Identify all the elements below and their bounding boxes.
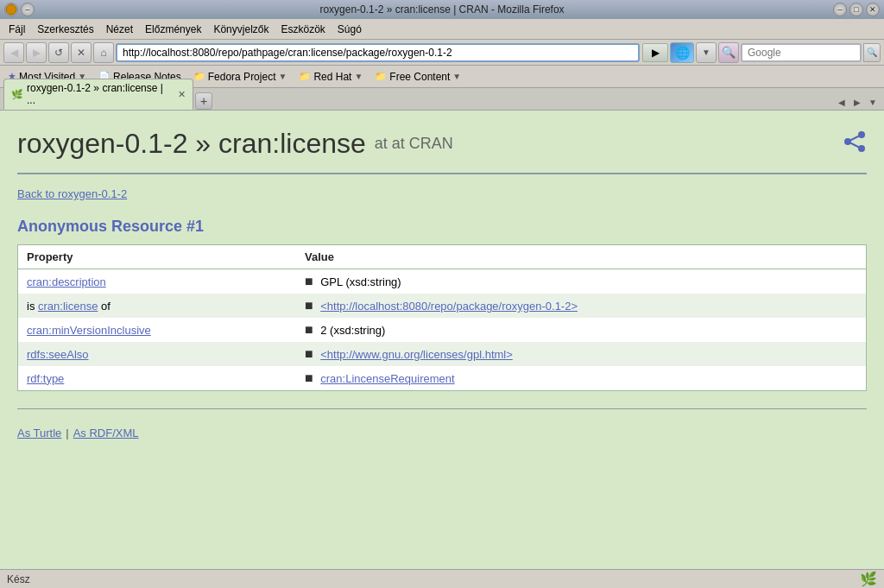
bullet-icon: ■ <box>305 370 313 385</box>
back-link[interactable]: Back to roxygen-0.1-2 <box>17 187 867 200</box>
value-cell: ■ <http://localhost:8080/repo/package/ro… <box>296 294 867 318</box>
property-link-description[interactable]: cran:description <box>27 275 106 288</box>
value-link-gpl[interactable]: <http://www.gnu.org/licenses/gpl.html> <box>320 348 513 361</box>
bookmark-fedora-dropdown[interactable]: ▼ <box>278 72 287 81</box>
page-header: roxygen-0.1-2 » cran:license at at CRAN <box>17 128 867 160</box>
properties-table: Property Value cran:description ■ GPL (x… <box>17 244 867 391</box>
title-divider <box>17 173 867 174</box>
value-cell: ■ <http://www.gnu.org/licenses/gpl.html> <box>296 342 867 366</box>
menu-file[interactable]: Fájl <box>3 22 30 37</box>
new-tab-button[interactable]: + <box>195 92 212 110</box>
bookmark-redhat-icon: 📁 <box>299 71 311 82</box>
tab-scroll-right[interactable]: ▶ <box>849 94 865 110</box>
section-title: Anonymous Resource #1 <box>17 218 867 236</box>
value-link-licencereq[interactable]: cran:LincenseRequirement <box>320 372 454 385</box>
page-content: roxygen-0.1-2 » cran:license at at CRAN … <box>0 111 884 560</box>
menu-help[interactable]: Súgó <box>332 22 367 37</box>
value-cell: ■ 2 (xsd:string) <box>296 318 867 342</box>
bullet-icon: ■ <box>305 274 313 288</box>
address-input[interactable] <box>116 43 640 62</box>
svg-line-5 <box>848 142 862 149</box>
menu-history[interactable]: Előzmények <box>140 22 206 37</box>
menu-bar: Fájl Szerkesztés Nézet Előzmények Könyvj… <box>0 19 884 40</box>
tab-favicon: 🌿 <box>11 89 23 100</box>
property-cell: is cran:license of <box>18 294 296 318</box>
close-window-btn[interactable]: ✕ <box>866 3 880 16</box>
property-link-minversion[interactable]: cran:minVersionInclusive <box>27 324 151 337</box>
window-btn-icon[interactable] <box>4 3 18 16</box>
back-button[interactable]: ◀ <box>3 42 24 63</box>
bookmark-redhat-label: Red Hat <box>313 71 351 83</box>
3d-icon: 🌐 <box>670 42 694 63</box>
dropdown-btn[interactable]: ▼ <box>696 42 717 63</box>
value-text: 2 (xsd:string) <box>320 324 385 337</box>
table-row: rdf:type ■ cran:LincenseRequirement <box>18 366 867 391</box>
bookmark-fedora-label: Fedora Project <box>208 71 276 83</box>
col-value: Value <box>296 245 867 269</box>
window-title: roxygen-0.1-2 » cran:license | CRAN - Mo… <box>319 3 564 16</box>
property-suffix: of <box>98 300 110 313</box>
forward-button[interactable]: ▶ <box>26 42 47 63</box>
table-row: cran:description ■ GPL (xsd:string) <box>18 269 867 294</box>
share-icon[interactable] <box>843 130 867 159</box>
go-button[interactable]: ▶ <box>642 43 668 62</box>
bookmark-free-content-dropdown[interactable]: ▼ <box>452 72 461 81</box>
property-prefix: is <box>27 300 38 313</box>
table-row: rdfs:seeAlso ■ <http://www.gnu.org/licen… <box>18 342 867 366</box>
tab-list-btn[interactable]: ▼ <box>865 94 881 110</box>
col-property: Property <box>18 245 296 269</box>
tab-close-icon[interactable]: ✕ <box>178 89 186 100</box>
property-cell: rdf:type <box>18 366 296 391</box>
table-row: cran:minVersionInclusive ■ 2 (xsd:string… <box>18 318 867 342</box>
bookmark-free-content[interactable]: 📁 Free Content ▼ <box>370 69 465 85</box>
reload-button[interactable]: ↺ <box>48 42 69 63</box>
address-bar-container: ▶ <box>116 43 668 62</box>
search-container: 🔍 🔍 <box>718 42 881 63</box>
property-cell: rdfs:seeAlso <box>18 342 296 366</box>
window-controls[interactable]: – <box>4 3 35 16</box>
svg-point-0 <box>6 4 16 15</box>
bullet-icon: ■ <box>305 298 313 313</box>
title-bar: – roxygen-0.1-2 » cran:license | CRAN - … <box>0 0 884 19</box>
property-cell: cran:description <box>18 269 296 294</box>
home-button[interactable]: ⌂ <box>93 42 114 63</box>
search-go-button[interactable]: 🔍 <box>863 43 881 62</box>
menu-tools[interactable]: Eszközök <box>275 22 330 37</box>
property-link-type[interactable]: rdf:type <box>27 372 64 385</box>
footer-separator: | <box>66 427 68 439</box>
search-input[interactable] <box>741 43 862 62</box>
minimize-btn[interactable]: – <box>21 3 35 16</box>
property-link-seealso[interactable]: rdfs:seeAlso <box>27 348 89 361</box>
window-controls-right[interactable]: – □ ✕ <box>833 3 880 16</box>
table-row: is cran:license of ■ <http://localhost:8… <box>18 294 867 318</box>
minimize-window-btn[interactable]: – <box>833 3 847 16</box>
page-title-text: roxygen-0.1-2 » cran:license <box>17 128 366 160</box>
active-tab[interactable]: 🌿 roxygen-0.1-2 » cran:license | ... ✕ <box>3 79 193 110</box>
maximize-window-btn[interactable]: □ <box>849 3 863 16</box>
menu-view[interactable]: Nézet <box>101 22 138 37</box>
menu-bookmarks[interactable]: Könyvjelzők <box>208 22 274 37</box>
bookmark-free-content-label: Free Content <box>389 71 450 83</box>
bookmark-redhat[interactable]: 📁 Red Hat ▼ <box>294 69 367 85</box>
bullet-icon: ■ <box>305 322 313 337</box>
value-link-package[interactable]: <http://localhost:8080/repo/package/roxy… <box>320 300 578 313</box>
footer-links: As Turtle | As RDF/XML <box>17 408 867 439</box>
bullet-icon: ■ <box>305 346 313 361</box>
nav-bar: ◀ ▶ ↺ ✕ ⌂ ▶ 🌐 ▼ 🔍 🔍 <box>0 40 884 66</box>
svg-line-4 <box>848 135 862 142</box>
tab-label: roxygen-0.1-2 » cran:license | ... <box>27 82 171 106</box>
table-header-row: Property Value <box>18 245 867 269</box>
value-cell: ■ GPL (xsd:string) <box>296 269 867 294</box>
property-cell: cran:minVersionInclusive <box>18 318 296 342</box>
property-link-license[interactable]: cran:license <box>38 300 98 313</box>
value-text: GPL (xsd:string) <box>320 275 401 288</box>
bookmark-redhat-dropdown[interactable]: ▼ <box>354 72 363 81</box>
search-engine-icon[interactable]: 🔍 <box>718 42 739 63</box>
footer-rdfxml-link[interactable]: As RDF/XML <box>73 427 139 439</box>
footer-turtle-link[interactable]: As Turtle <box>17 427 61 439</box>
menu-edit[interactable]: Szerkesztés <box>32 22 98 37</box>
bookmark-fedora[interactable]: 📁 Fedora Project ▼ <box>189 69 292 85</box>
stop-button[interactable]: ✕ <box>71 42 92 63</box>
tabs-bar: 🌿 roxygen-0.1-2 » cran:license | ... ✕ +… <box>0 88 884 111</box>
tab-scroll-left[interactable]: ◀ <box>834 94 849 110</box>
